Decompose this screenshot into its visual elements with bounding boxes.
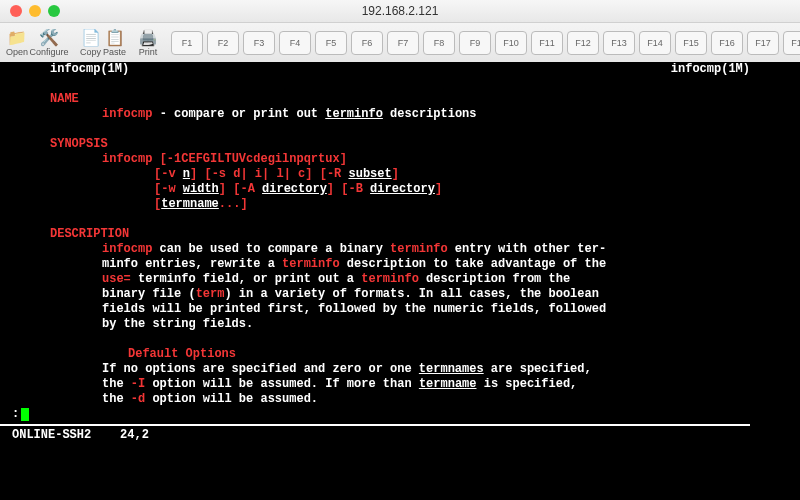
man-header: infocmp(1M)infocmp(1M) [50,62,750,77]
fkey-f15[interactable]: F15 [675,31,707,55]
name-line: infocmp - compare or print out terminfo … [50,107,750,122]
section-synopsis: SYNOPSIS [50,137,750,152]
desc-line: binary file (term) in a variety of forma… [50,287,750,302]
desc-line: fields will be printed first, followed b… [50,302,750,317]
zoom-icon[interactable] [48,5,60,17]
copy-icon: 📄 [81,29,101,47]
opt-line: the -d option will be assumed. [50,392,750,407]
fkey-f3[interactable]: F3 [243,31,275,55]
fkey-f5[interactable]: F5 [315,31,347,55]
minimize-icon[interactable] [29,5,41,17]
fkey-f8[interactable]: F8 [423,31,455,55]
pager-prompt[interactable]: : [0,407,750,422]
fkey-f4[interactable]: F4 [279,31,311,55]
configure-icon: 🛠️ [39,29,59,47]
fkey-f6[interactable]: F6 [351,31,383,55]
fkey-f13[interactable]: F13 [603,31,635,55]
paste-button[interactable]: 📋Paste [103,25,126,61]
paste-icon: 📋 [105,29,125,47]
fkey-f11[interactable]: F11 [531,31,563,55]
desc-line: by the string fields. [50,317,750,332]
print-button[interactable]: 🖨️Print [138,25,158,61]
window-title: 192.168.2.121 [0,4,800,18]
section-description: DESCRIPTION [50,227,750,242]
toolbar: 📁Open 🛠️Configure 📄Copy 📋Paste 🖨️Print F… [0,23,800,64]
fkey-f14[interactable]: F14 [639,31,671,55]
close-icon[interactable] [10,5,22,17]
fkey-f16[interactable]: F16 [711,31,743,55]
print-icon: 🖨️ [138,29,158,47]
synopsis-line: [termname...] [50,197,750,212]
opt-line: the -I option will be assumed. If more t… [50,377,750,392]
fkey-f2[interactable]: F2 [207,31,239,55]
fkey-f18[interactable]: F18 [783,31,800,55]
terminal[interactable]: infocmp(1M)infocmp(1M) NAME infocmp - co… [0,62,800,500]
fkey-f9[interactable]: F9 [459,31,491,55]
cursor-icon [21,408,29,421]
fkey-f10[interactable]: F10 [495,31,527,55]
open-icon: 📁 [7,29,27,47]
desc-line: minfo entries, rewrite a terminfo descri… [50,257,750,272]
synopsis-line: infocmp [-1CEFGILTUVcdegilnpqrtux] [50,152,750,167]
titlebar: 192.168.2.121 [0,0,800,23]
configure-button[interactable]: 🛠️Configure [30,25,68,61]
fkey-f12[interactable]: F12 [567,31,599,55]
fkey-f17[interactable]: F17 [747,31,779,55]
subsection-default-options: Default Options [50,347,750,362]
copy-button[interactable]: 📄Copy [80,25,101,61]
opt-line: If no options are specified and zero or … [50,362,750,377]
fkey-f1[interactable]: F1 [171,31,203,55]
traffic-lights [10,5,60,17]
desc-line: use= terminfo field, or print out a term… [50,272,750,287]
open-button[interactable]: 📁Open [6,25,28,61]
fkey-f7[interactable]: F7 [387,31,419,55]
status-bar: ONLINE-SSH2 24,2 [0,424,750,443]
synopsis-line: [-w width] [-A directory] [-B directory] [50,182,750,197]
section-name: NAME [50,92,750,107]
synopsis-line: [-v n] [-s d| i| l| c] [-R subset] [50,167,750,182]
desc-line: infocmp can be used to compare a binary … [50,242,750,257]
